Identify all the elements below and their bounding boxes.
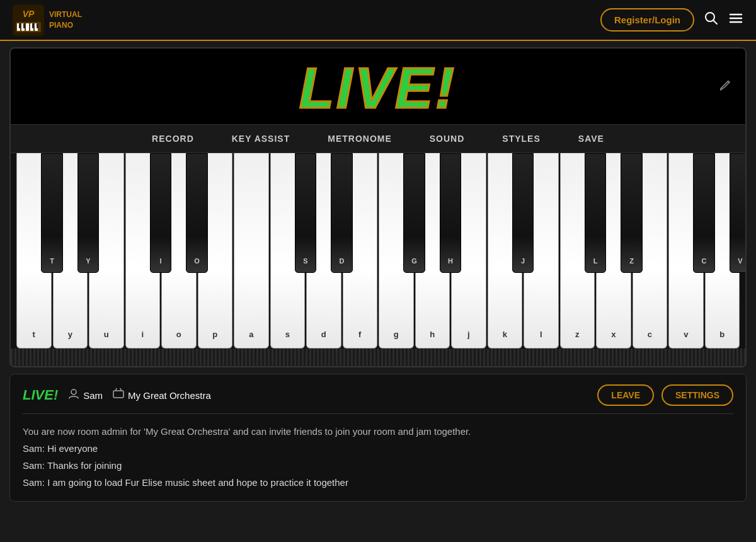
chat-message-system: You are now room admin for 'My Great Orc…	[23, 423, 733, 440]
key-slot-19: C	[668, 153, 704, 279]
svg-point-18	[71, 389, 76, 395]
svg-rect-9	[23, 23, 25, 28]
room-info: My Great Orchestra	[113, 388, 211, 402]
svg-rect-11	[37, 23, 38, 28]
black-key-J[interactable]: J	[512, 153, 534, 273]
toolbar: RECORD KEY ASSIST METRONOME SOUND STYLES…	[11, 124, 745, 153]
key-slot-14: J	[487, 153, 524, 279]
user-info: Sam	[68, 388, 103, 402]
key-slot-7	[233, 153, 270, 279]
black-key-V[interactable]: V	[730, 153, 745, 273]
live-title: LIVE!	[11, 60, 745, 117]
room-name: My Great Orchestra	[128, 390, 211, 401]
key-slot-8: S	[270, 153, 306, 279]
logo-text: VIRTUALPIANO	[49, 9, 82, 31]
logo-area: VP VIRTUALPIANO	[13, 4, 82, 36]
black-key-C[interactable]: C	[693, 153, 715, 273]
leave-button[interactable]: LEAVE	[597, 384, 654, 406]
logo-icon: VP	[13, 4, 44, 36]
black-key-T[interactable]: T	[41, 153, 63, 273]
piano-keyboard: t y u i o p a s d f g h j k l z x c v b …	[11, 153, 745, 349]
toolbar-key-assist[interactable]: KEY ASSIST	[232, 134, 290, 144]
black-key-G[interactable]: G	[403, 153, 425, 273]
header-right: Register/Login	[600, 8, 743, 32]
piano-section: LIVE! RECORD KEY ASSIST METRONOME SOUND …	[9, 47, 747, 367]
svg-rect-19	[113, 391, 123, 398]
key-slot-4: I	[125, 153, 161, 279]
chat-section: LIVE! Sam My Great Orchestra LEAVE SETTI	[9, 374, 747, 502]
toolbar-sound[interactable]: SOUND	[430, 134, 465, 144]
room-icon	[113, 388, 124, 402]
toolbar-metronome[interactable]: METRONOME	[328, 134, 392, 144]
black-key-O[interactable]: O	[186, 153, 208, 273]
black-key-D[interactable]: D	[331, 153, 353, 273]
search-icon[interactable]	[704, 11, 718, 29]
user-name: Sam	[83, 390, 103, 401]
header: VP VIRTUALPIANO Register/Login	[0, 0, 756, 41]
black-keys-overlay: T Y I O S D G	[11, 153, 745, 279]
svg-line-17	[727, 81, 728, 83]
key-slot-11: G	[378, 153, 415, 279]
key-slot-1: T	[16, 153, 52, 279]
chat-message-3: Sam: I am going to load Fur Elise music …	[23, 474, 733, 491]
black-key-H[interactable]: H	[440, 153, 462, 273]
chat-message-1: Sam: Hi everyone	[23, 440, 733, 457]
key-slot-16: L	[559, 153, 596, 279]
register-login-button[interactable]: Register/Login	[600, 8, 694, 32]
black-key-I[interactable]: I	[150, 153, 172, 273]
svg-text:VP: VP	[23, 9, 35, 19]
black-key-Y[interactable]: Y	[77, 153, 100, 273]
svg-rect-8	[19, 23, 21, 28]
svg-line-13	[714, 20, 718, 24]
svg-rect-5	[26, 23, 29, 31]
toolbar-styles[interactable]: STYLES	[502, 134, 540, 144]
chat-message-2: Sam: Thanks for joining	[23, 457, 733, 474]
svg-rect-10	[32, 23, 34, 28]
black-key-S[interactable]: S	[295, 153, 317, 273]
toolbar-record[interactable]: RECORD	[152, 134, 194, 144]
live-banner: LIVE!	[11, 49, 745, 124]
chat-messages: You are now room admin for 'My Great Orc…	[23, 423, 733, 491]
settings-button[interactable]: SETTINGS	[662, 384, 733, 406]
toolbar-save[interactable]: SAVE	[578, 134, 604, 144]
live-chat-badge: LIVE!	[23, 387, 58, 403]
dots-bar	[11, 349, 745, 366]
black-key-L[interactable]: L	[585, 153, 607, 273]
hamburger-menu-icon[interactable]	[728, 11, 743, 30]
edit-icon[interactable]	[719, 78, 733, 95]
black-key-Z[interactable]: Z	[621, 153, 643, 273]
chat-header-right: LEAVE SETTINGS	[597, 384, 733, 406]
user-icon	[68, 388, 79, 402]
chat-header: LIVE! Sam My Great Orchestra LEAVE SETTI	[23, 384, 733, 414]
